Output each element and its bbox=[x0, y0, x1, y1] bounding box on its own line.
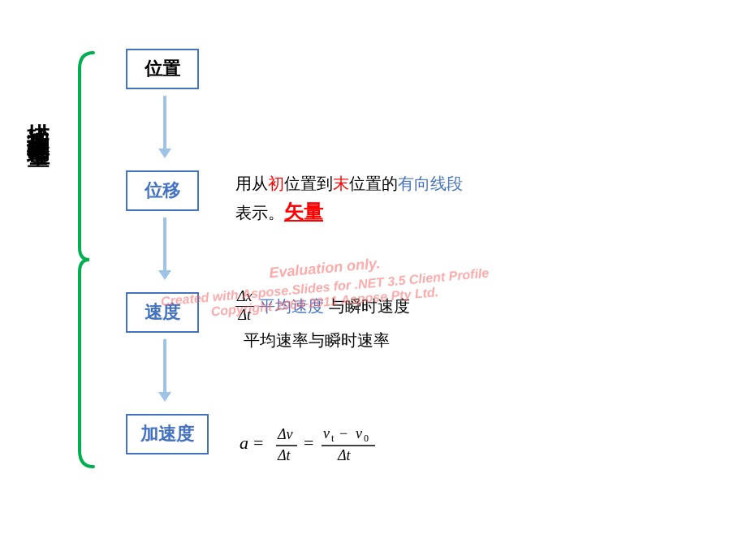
weiyi-description: 用从初位置到末位置的有向线段 表示。矢量 bbox=[235, 170, 463, 227]
svg-text:v: v bbox=[356, 425, 362, 442]
box-jiasudu: 加速度 bbox=[126, 414, 209, 454]
sudu-pingjun: 平均速度 bbox=[259, 293, 324, 319]
arrow-3 bbox=[158, 339, 171, 402]
svg-text:t: t bbox=[331, 433, 335, 444]
sudu-pingjunsulv: 平均速率与瞬时速率 bbox=[244, 331, 390, 349]
weiyi-youxiangxianduan: 有向线段 bbox=[398, 174, 463, 192]
vertical-label: 描述运动的物理量 bbox=[24, 106, 52, 131]
jiasudu-formula-svg: a = Δv Δt = v t − v 0 Δt bbox=[235, 410, 512, 475]
jiasudu-formula: a = Δv Δt = v t − v 0 Δt bbox=[235, 410, 512, 478]
sudu-fraction-bot: Δt bbox=[236, 307, 253, 325]
weiyi-biaoshi: 表示。 bbox=[235, 204, 284, 222]
sudu-line2: 平均速率与瞬时速率 bbox=[244, 327, 410, 353]
svg-text:=: = bbox=[304, 433, 313, 453]
svg-text:Δt: Δt bbox=[277, 447, 291, 463]
watermark-line1: Evaluation only. bbox=[269, 255, 382, 282]
box-sudu: 速度 bbox=[126, 292, 199, 333]
weiyi-chu: 初 bbox=[268, 174, 284, 192]
svg-text:v: v bbox=[323, 425, 330, 442]
box-weizhi-label: 位置 bbox=[145, 58, 180, 79]
svg-text:=: = bbox=[253, 433, 263, 453]
box-sudu-label: 速度 bbox=[145, 302, 180, 322]
weiyi-mid2: 位置的 bbox=[349, 174, 398, 192]
weiyi-shiliang: 矢量 bbox=[284, 201, 323, 222]
weiyi-prefix1: 用从 bbox=[235, 174, 268, 192]
svg-text:−: − bbox=[339, 425, 348, 442]
vertical-label-text: 描述运动的物理量 bbox=[26, 106, 51, 131]
slide-container: 描述运动的物理量 位置 位移 速度 加速度 用从初位置到末位置的有向线段 bbox=[0, 0, 747, 560]
weiyi-mid1: 位置到 bbox=[284, 174, 333, 192]
weiyi-mo: 末 bbox=[333, 174, 349, 192]
sudu-fraction: Δx Δt bbox=[235, 288, 254, 324]
sudu-suffix: 与瞬时速度 bbox=[329, 293, 410, 319]
box-weiyi: 位移 bbox=[126, 170, 199, 211]
svg-text:a: a bbox=[240, 433, 248, 453]
sudu-description: Δx Δt 平均速度与瞬时速度 平均速率与瞬时速率 bbox=[235, 288, 410, 353]
arrow-2 bbox=[158, 218, 171, 280]
arrow-1 bbox=[158, 96, 171, 158]
weiyi-line2: 表示。矢量 bbox=[235, 196, 463, 227]
sudu-fraction-top: Δx bbox=[235, 288, 254, 307]
weiyi-line1: 用从初位置到末位置的有向线段 bbox=[235, 170, 463, 196]
svg-text:0: 0 bbox=[364, 433, 369, 444]
green-bracket-svg bbox=[73, 45, 97, 475]
svg-text:Δt: Δt bbox=[337, 447, 352, 463]
box-weiyi-label: 位移 bbox=[145, 180, 180, 200]
box-weizhi: 位置 bbox=[126, 49, 199, 89]
box-jiasudu-label: 加速度 bbox=[140, 424, 194, 444]
svg-text:Δv: Δv bbox=[277, 426, 293, 442]
sudu-line1: Δx Δt 平均速度与瞬时速度 bbox=[235, 288, 410, 324]
